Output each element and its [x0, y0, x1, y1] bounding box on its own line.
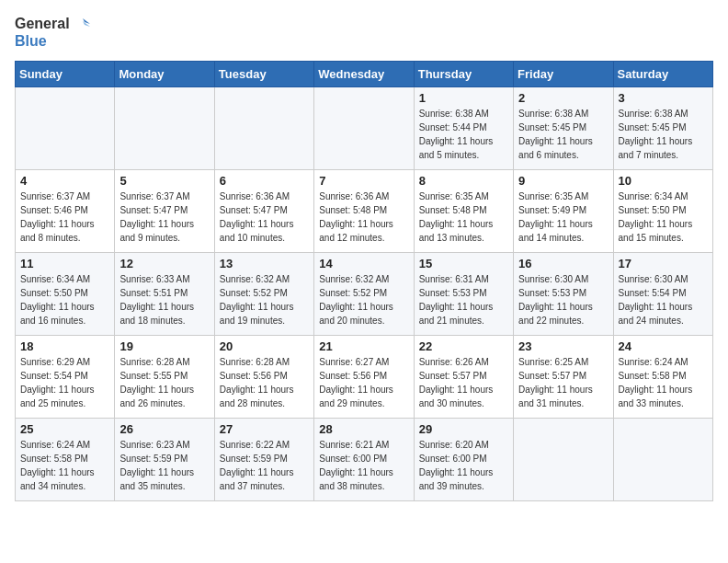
calendar-cell: 24Sunrise: 6:24 AM Sunset: 5:58 PM Dayli…	[613, 335, 712, 418]
calendar-cell: 29Sunrise: 6:20 AM Sunset: 6:00 PM Dayli…	[414, 418, 513, 500]
day-number: 22	[419, 339, 508, 353]
calendar-cell: 25Sunrise: 6:24 AM Sunset: 5:58 PM Dayli…	[16, 418, 115, 500]
calendar-cell	[16, 86, 115, 169]
day-info: Sunrise: 6:35 AM Sunset: 5:48 PM Dayligh…	[419, 190, 508, 245]
day-info: Sunrise: 6:24 AM Sunset: 5:58 PM Dayligh…	[619, 355, 708, 410]
day-number: 19	[119, 339, 209, 353]
calendar-cell: 1Sunrise: 6:38 AM Sunset: 5:44 PM Daylig…	[414, 86, 513, 169]
day-info: Sunrise: 6:35 AM Sunset: 5:49 PM Dayligh…	[518, 190, 608, 245]
calendar-cell: 27Sunrise: 6:22 AM Sunset: 5:59 PM Dayli…	[214, 418, 313, 500]
calendar-cell: 21Sunrise: 6:27 AM Sunset: 5:56 PM Dayli…	[314, 335, 414, 418]
day-info: Sunrise: 6:32 AM Sunset: 5:52 PM Dayligh…	[319, 272, 408, 327]
day-info: Sunrise: 6:36 AM Sunset: 5:48 PM Dayligh…	[319, 190, 408, 245]
day-info: Sunrise: 6:27 AM Sunset: 5:56 PM Dayligh…	[319, 355, 408, 410]
calendar-week-row: 11Sunrise: 6:34 AM Sunset: 5:50 PM Dayli…	[16, 252, 713, 335]
day-info: Sunrise: 6:36 AM Sunset: 5:47 PM Dayligh…	[220, 190, 309, 245]
calendar-cell: 11Sunrise: 6:34 AM Sunset: 5:50 PM Dayli…	[16, 252, 115, 335]
day-info: Sunrise: 6:34 AM Sunset: 5:50 PM Dayligh…	[20, 272, 109, 327]
calendar-cell: 6Sunrise: 6:36 AM Sunset: 5:47 PM Daylig…	[214, 169, 313, 252]
weekday-header: Friday	[514, 61, 613, 86]
weekday-header: Tuesday	[214, 61, 313, 86]
day-number: 12	[119, 257, 209, 270]
day-number: 29	[419, 422, 508, 436]
day-number: 5	[119, 174, 209, 188]
calendar-cell	[115, 86, 214, 169]
calendar-cell: 10Sunrise: 6:34 AM Sunset: 5:50 PM Dayli…	[613, 169, 712, 252]
day-number: 17	[619, 257, 708, 270]
day-number: 26	[119, 422, 209, 436]
day-info: Sunrise: 6:29 AM Sunset: 5:54 PM Dayligh…	[20, 355, 109, 410]
day-info: Sunrise: 6:28 AM Sunset: 5:56 PM Dayligh…	[220, 355, 309, 410]
day-number: 24	[619, 339, 708, 353]
weekday-header-row: SundayMondayTuesdayWednesdayThursdayFrid…	[16, 61, 713, 86]
day-info: Sunrise: 6:38 AM Sunset: 5:44 PM Dayligh…	[419, 107, 508, 162]
day-number: 18	[20, 339, 109, 353]
calendar-cell: 16Sunrise: 6:30 AM Sunset: 5:53 PM Dayli…	[514, 252, 613, 335]
weekday-header: Sunday	[16, 61, 115, 86]
calendar-week-row: 25Sunrise: 6:24 AM Sunset: 5:58 PM Dayli…	[16, 418, 713, 500]
calendar-cell: 17Sunrise: 6:30 AM Sunset: 5:54 PM Dayli…	[613, 252, 712, 335]
day-number: 7	[319, 174, 408, 188]
page-header: General Blue	[15, 15, 713, 50]
calendar-cell: 9Sunrise: 6:35 AM Sunset: 5:49 PM Daylig…	[514, 169, 613, 252]
day-number: 4	[20, 174, 109, 188]
calendar-cell: 4Sunrise: 6:37 AM Sunset: 5:46 PM Daylig…	[16, 169, 115, 252]
calendar-cell: 28Sunrise: 6:21 AM Sunset: 6:00 PM Dayli…	[314, 418, 414, 500]
logo-bird-icon	[72, 15, 90, 33]
day-number: 21	[319, 339, 408, 353]
calendar-cell	[613, 418, 712, 500]
calendar-cell: 20Sunrise: 6:28 AM Sunset: 5:56 PM Dayli…	[214, 335, 313, 418]
calendar-cell: 8Sunrise: 6:35 AM Sunset: 5:48 PM Daylig…	[414, 169, 513, 252]
day-info: Sunrise: 6:21 AM Sunset: 6:00 PM Dayligh…	[319, 438, 408, 493]
day-number: 16	[518, 257, 608, 270]
day-info: Sunrise: 6:24 AM Sunset: 5:58 PM Dayligh…	[20, 438, 109, 493]
calendar-week-row: 1Sunrise: 6:38 AM Sunset: 5:44 PM Daylig…	[16, 86, 713, 169]
calendar-cell: 23Sunrise: 6:25 AM Sunset: 5:57 PM Dayli…	[514, 335, 613, 418]
day-number: 10	[619, 174, 708, 188]
day-info: Sunrise: 6:34 AM Sunset: 5:50 PM Dayligh…	[619, 190, 708, 245]
weekday-header: Wednesday	[314, 61, 414, 86]
weekday-header: Monday	[115, 61, 214, 86]
day-info: Sunrise: 6:32 AM Sunset: 5:52 PM Dayligh…	[220, 272, 309, 327]
calendar-cell: 5Sunrise: 6:37 AM Sunset: 5:47 PM Daylig…	[115, 169, 214, 252]
weekday-header: Thursday	[414, 61, 513, 86]
calendar-cell: 14Sunrise: 6:32 AM Sunset: 5:52 PM Dayli…	[314, 252, 414, 335]
day-number: 11	[20, 257, 109, 270]
calendar-table: SundayMondayTuesdayWednesdayThursdayFrid…	[15, 61, 713, 501]
day-number: 8	[419, 174, 508, 188]
day-number: 14	[319, 257, 408, 270]
logo: General Blue	[15, 15, 90, 50]
day-number: 13	[220, 257, 309, 270]
day-info: Sunrise: 6:38 AM Sunset: 5:45 PM Dayligh…	[619, 107, 708, 162]
day-number: 20	[220, 339, 309, 353]
day-info: Sunrise: 6:30 AM Sunset: 5:53 PM Dayligh…	[518, 272, 608, 327]
day-info: Sunrise: 6:37 AM Sunset: 5:46 PM Dayligh…	[20, 190, 109, 245]
calendar-cell	[214, 86, 313, 169]
day-info: Sunrise: 6:25 AM Sunset: 5:57 PM Dayligh…	[518, 355, 608, 410]
day-info: Sunrise: 6:33 AM Sunset: 5:51 PM Dayligh…	[119, 272, 209, 327]
calendar-week-row: 18Sunrise: 6:29 AM Sunset: 5:54 PM Dayli…	[16, 335, 713, 418]
day-number: 15	[419, 257, 508, 270]
day-info: Sunrise: 6:23 AM Sunset: 5:59 PM Dayligh…	[119, 438, 209, 493]
calendar-cell: 3Sunrise: 6:38 AM Sunset: 5:45 PM Daylig…	[613, 86, 712, 169]
calendar-cell: 22Sunrise: 6:26 AM Sunset: 5:57 PM Dayli…	[414, 335, 513, 418]
calendar-cell: 19Sunrise: 6:28 AM Sunset: 5:55 PM Dayli…	[115, 335, 214, 418]
day-number: 3	[619, 91, 708, 105]
day-number: 23	[518, 339, 608, 353]
calendar-week-row: 4Sunrise: 6:37 AM Sunset: 5:46 PM Daylig…	[16, 169, 713, 252]
calendar-cell: 26Sunrise: 6:23 AM Sunset: 5:59 PM Dayli…	[115, 418, 214, 500]
calendar-cell: 2Sunrise: 6:38 AM Sunset: 5:45 PM Daylig…	[514, 86, 613, 169]
day-number: 9	[518, 174, 608, 188]
day-info: Sunrise: 6:31 AM Sunset: 5:53 PM Dayligh…	[419, 272, 508, 327]
day-info: Sunrise: 6:22 AM Sunset: 5:59 PM Dayligh…	[220, 438, 309, 493]
day-info: Sunrise: 6:30 AM Sunset: 5:54 PM Dayligh…	[619, 272, 708, 327]
calendar-cell: 15Sunrise: 6:31 AM Sunset: 5:53 PM Dayli…	[414, 252, 513, 335]
calendar-cell: 13Sunrise: 6:32 AM Sunset: 5:52 PM Dayli…	[214, 252, 313, 335]
day-number: 28	[319, 422, 408, 436]
day-info: Sunrise: 6:37 AM Sunset: 5:47 PM Dayligh…	[119, 190, 209, 245]
day-number: 27	[220, 422, 309, 436]
day-info: Sunrise: 6:20 AM Sunset: 6:00 PM Dayligh…	[419, 438, 508, 493]
day-info: Sunrise: 6:28 AM Sunset: 5:55 PM Dayligh…	[119, 355, 209, 410]
day-number: 25	[20, 422, 109, 436]
calendar-cell: 7Sunrise: 6:36 AM Sunset: 5:48 PM Daylig…	[314, 169, 414, 252]
